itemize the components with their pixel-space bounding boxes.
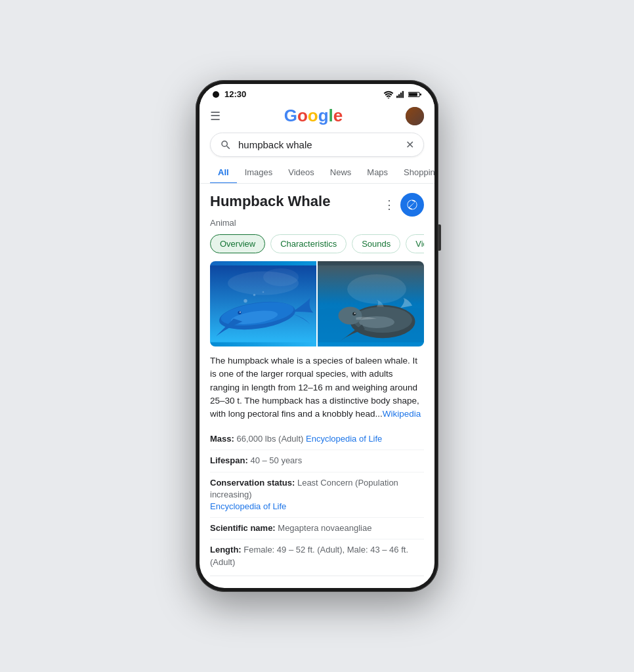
- kp-subtitle: Animal: [210, 218, 424, 228]
- tab-videos[interactable]: Videos: [280, 162, 322, 184]
- svg-rect-4: [402, 91, 404, 98]
- knowledge-panel: Humpback Whale ⋮ Animal Overview: [200, 184, 434, 588]
- lens-icon: [406, 198, 419, 211]
- whale-image-right[interactable]: [318, 261, 424, 346]
- content-scroll[interactable]: Humpback Whale ⋮ Animal Overview: [200, 184, 434, 588]
- svg-point-14: [238, 311, 241, 314]
- svg-point-16: [243, 299, 247, 303]
- camera-dot: [213, 91, 219, 98]
- kp-header-right: ⋮: [383, 193, 424, 217]
- fact-scientific-name: Scientific name: Megaptera novaeangliae: [210, 518, 424, 539]
- tab-images[interactable]: Images: [237, 162, 281, 184]
- tab-shopping[interactable]: Shopping: [396, 162, 434, 184]
- svg-rect-3: [400, 93, 402, 98]
- svg-point-17: [253, 294, 256, 297]
- status-bar: 12:30: [200, 84, 434, 102]
- search-tabs: All Images Videos News Maps Shopping: [200, 162, 434, 184]
- fact-conservation: Conservation status: Least Concern (Popu…: [210, 472, 424, 518]
- kp-fab-button[interactable]: [400, 193, 424, 217]
- svg-point-18: [263, 291, 264, 293]
- whale-right-svg: [318, 261, 424, 346]
- signal-icon: [396, 91, 406, 98]
- entity-tab-characteristics[interactable]: Characteristics: [270, 234, 347, 253]
- search-bar-container: humpback whale ✕: [200, 130, 434, 162]
- chevron-down-icon: ⌄: [415, 585, 424, 588]
- svg-rect-2: [398, 94, 400, 98]
- google-logo: Google: [284, 106, 343, 126]
- collapsible-measurements[interactable]: Measurements ⌄: [210, 576, 424, 588]
- tab-maps[interactable]: Maps: [359, 162, 396, 184]
- svg-point-20: [347, 274, 406, 304]
- whale-left-svg: [210, 261, 316, 346]
- kp-description: The humpback whale is a species of balee…: [210, 354, 424, 421]
- kp-facts: Mass: 66,000 lbs (Adult) Encyclopedia of…: [210, 429, 424, 573]
- battery-icon: [408, 91, 421, 98]
- svg-rect-6: [409, 93, 417, 96]
- more-options-icon[interactable]: ⋮: [383, 198, 395, 212]
- svg-point-10: [263, 268, 299, 286]
- side-button: [438, 224, 441, 251]
- kp-title: Humpback Whale: [210, 193, 330, 210]
- search-bar[interactable]: humpback whale ✕: [210, 133, 424, 157]
- whale-image-left[interactable]: [210, 261, 316, 346]
- svg-point-26: [354, 313, 356, 314]
- wikipedia-link[interactable]: Wikipedia: [383, 409, 421, 419]
- svg-point-25: [352, 312, 356, 316]
- fact-length: Length: Female: 49 – 52 ft. (Adult), Mal…: [210, 539, 424, 572]
- phone-frame: 12:30: [196, 80, 438, 592]
- close-icon[interactable]: ✕: [406, 138, 414, 151]
- hamburger-icon[interactable]: ☰: [210, 109, 221, 123]
- status-left: 12:30: [213, 89, 246, 99]
- fact-mass: Mass: 66,000 lbs (Adult) Encyclopedia of…: [210, 429, 424, 450]
- image-gallery[interactable]: [210, 261, 424, 346]
- entity-tab-overview[interactable]: Overview: [210, 234, 265, 253]
- svg-rect-1: [396, 95, 398, 98]
- svg-point-15: [240, 312, 241, 313]
- entity-tab-sounds[interactable]: Sounds: [352, 234, 400, 253]
- search-input[interactable]: humpback whale: [238, 139, 399, 150]
- search-icon: [220, 139, 232, 151]
- svg-point-24: [339, 307, 362, 325]
- svg-rect-7: [420, 93, 421, 95]
- status-time: 12:30: [224, 89, 246, 99]
- measurements-label: Measurements: [210, 586, 271, 588]
- mass-link[interactable]: Encyclopedia of Life: [306, 434, 382, 444]
- tab-news[interactable]: News: [322, 162, 360, 184]
- conservation-link[interactable]: Encyclopedia of Life: [210, 501, 286, 511]
- svg-point-0: [388, 97, 390, 98]
- fact-lifespan: Lifespan: 40 – 50 years: [210, 450, 424, 472]
- status-right: [383, 91, 421, 98]
- avatar[interactable]: [406, 107, 424, 125]
- phone-screen: 12:30: [200, 84, 434, 588]
- kp-header: Humpback Whale ⋮: [210, 193, 424, 217]
- header: ☰ Google: [200, 102, 434, 130]
- entity-tabs: Overview Characteristics Sounds Videos: [210, 234, 424, 253]
- entity-tab-videos[interactable]: Videos: [406, 234, 424, 253]
- tab-all[interactable]: All: [210, 162, 237, 184]
- wifi-icon: [383, 91, 394, 98]
